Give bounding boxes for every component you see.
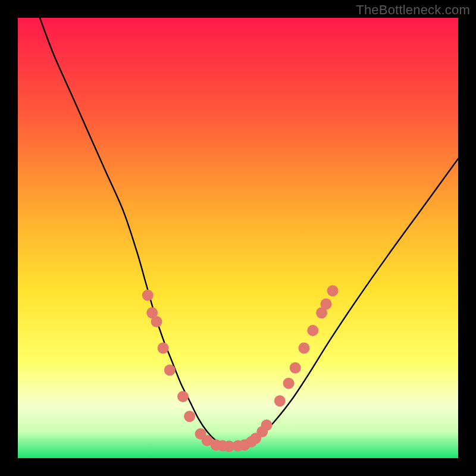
data-marker — [158, 343, 169, 354]
data-marker — [142, 290, 154, 301]
data-marker — [177, 391, 189, 402]
plot-area — [18, 18, 458, 458]
data-marker — [307, 325, 318, 336]
data-marker — [184, 411, 195, 422]
chart-frame: TheBottleneck.com — [0, 0, 476, 476]
data-marker — [274, 395, 286, 406]
data-marker — [261, 419, 273, 431]
data-marker — [299, 343, 310, 354]
chart-svg — [18, 18, 458, 458]
watermark-text: TheBottleneck.com — [356, 2, 470, 18]
gradient-background — [18, 18, 458, 458]
data-marker — [321, 299, 332, 310]
data-marker — [164, 365, 176, 376]
data-marker — [283, 378, 295, 389]
data-marker — [151, 316, 162, 327]
data-marker — [327, 285, 339, 296]
data-marker — [290, 362, 301, 374]
